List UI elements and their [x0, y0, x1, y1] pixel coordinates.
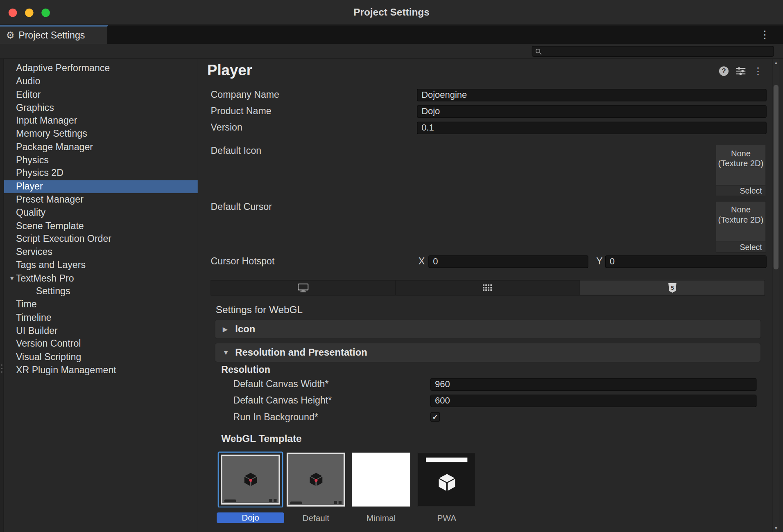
foldout-closed-icon[interactable]: ▶ [223, 325, 230, 333]
default-icon-texture-well[interactable]: None (Texture 2D) Select [715, 145, 766, 196]
search-box[interactable] [532, 46, 774, 57]
foldout-open-icon[interactable]: ▼ [8, 272, 16, 285]
sidebar-item-script-execution-order[interactable]: Script Execution Order [4, 232, 198, 246]
sidebar-item-time[interactable]: Time [4, 298, 198, 311]
sidebar-item-physics-2d[interactable]: Physics 2D [4, 167, 198, 180]
canvas-height-label: Default Canvas Height* [233, 395, 332, 406]
template-dojo-preview [221, 455, 280, 505]
zoom-button[interactable] [41, 9, 50, 17]
product-name-input[interactable] [417, 105, 767, 117]
version-input[interactable] [417, 122, 767, 134]
player-settings-panel: Player ? ⋮ Company Name Product Name Ver… [198, 59, 772, 532]
default-icon-select-button[interactable]: Select [716, 185, 766, 196]
sidebar-item-services[interactable]: Services [4, 246, 198, 259]
sidebar-item-textmesh-pro-settings[interactable]: Settings [4, 285, 198, 298]
scroll-up-icon[interactable]: ▲ [772, 61, 779, 65]
template-minimal-thumbnail[interactable] [352, 453, 410, 507]
canvas-width-input[interactable] [430, 378, 756, 390]
drag-grip-icon[interactable] [1, 364, 2, 373]
template-default-preview [287, 453, 345, 507]
brand-strip [290, 501, 342, 504]
check-icon: ✓ [432, 413, 438, 421]
cursor-hotspot-label: Cursor Hotspot [211, 256, 275, 267]
sidebar-item-timeline[interactable]: Timeline [4, 311, 198, 324]
sidebar-item-ui-builder[interactable]: UI Builder [4, 325, 198, 338]
sidebar-item-visual-scripting[interactable]: Visual Scripting [4, 351, 198, 364]
brand-strip [224, 499, 277, 502]
template-dojo-thumbnail[interactable] [218, 452, 283, 508]
unity-cube-icon [308, 471, 324, 488]
template-default-thumbnail[interactable] [287, 453, 345, 507]
default-cursor-texture-well[interactable]: None (Texture 2D) Select [715, 201, 766, 252]
panel-header-icons: ? ⋮ [719, 66, 763, 76]
platform-tab-dedicated-server[interactable] [396, 280, 581, 295]
sidebar-item-tags-and-layers[interactable]: Tags and Layers [4, 259, 198, 272]
hotspot-y-input[interactable] [605, 255, 767, 268]
hotspot-x-input[interactable] [428, 255, 588, 268]
sidebar-item-memory-settings[interactable]: Memory Settings [4, 128, 198, 141]
scroll-down-icon[interactable]: ▼ [772, 525, 779, 530]
sidebar-item-textmesh-pro[interactable]: ▼ TextMesh Pro [4, 272, 198, 285]
resolution-section-label: Resolution and Presentation [235, 347, 367, 358]
monitor-icon [298, 283, 309, 292]
default-cursor-label: Default Cursor [211, 202, 272, 213]
gear-icon: ⚙ [6, 30, 15, 40]
default-cursor-select-button[interactable]: Select [716, 241, 766, 252]
tab-strip-menu-icon[interactable]: ⋮ [756, 27, 773, 41]
tab-strip: ⚙ Project Settings ⋮ [0, 25, 783, 44]
icon-section-header[interactable]: ▶ Icon [215, 319, 761, 339]
close-button[interactable] [9, 9, 17, 17]
sidebar-item-adaptive-performance[interactable]: Adaptive Performance [4, 62, 198, 75]
webgl-template-heading: WebGL Template [221, 433, 302, 444]
sidebar-item-quality[interactable]: Quality [4, 206, 198, 219]
canvas-height-input[interactable] [430, 395, 756, 407]
foldout-open-icon[interactable]: ▼ [223, 349, 230, 356]
panel-menu-icon[interactable]: ⋮ [753, 66, 763, 76]
resolution-section-header[interactable]: ▼ Resolution and Presentation [215, 343, 761, 363]
search-input[interactable] [544, 47, 770, 56]
html5-icon: 5 [668, 283, 677, 293]
sidebar-item-graphics[interactable]: Graphics [4, 101, 198, 114]
sidebar-item-package-manager[interactable]: Package Manager [4, 141, 198, 154]
template-dojo-label[interactable]: Dojo [217, 512, 284, 523]
canvas-width-label: Default Canvas Width* [233, 379, 328, 390]
template-default-label[interactable]: Default [287, 513, 345, 524]
run-in-background-label: Run In Background* [233, 412, 318, 423]
sidebar-item-audio[interactable]: Audio [4, 75, 198, 88]
sidebar-item-player[interactable]: Player [4, 180, 198, 193]
window-body: Project Settings ⚙ Project Settings ⋮ [0, 0, 783, 532]
company-name-label: Company Name [211, 89, 279, 100]
window-edge-strip [0, 59, 4, 532]
scrollbar-thumb[interactable] [774, 85, 778, 269]
sidebar-item-version-control[interactable]: Version Control [4, 338, 198, 351]
search-icon [535, 48, 542, 55]
minimize-button[interactable] [25, 9, 34, 17]
company-name-input[interactable] [417, 89, 767, 101]
platform-tab-standalone[interactable] [211, 280, 396, 295]
sidebar-item-scene-template[interactable]: Scene Template [4, 219, 198, 232]
template-pwa-thumbnail[interactable] [417, 453, 476, 507]
platform-tab-webgl[interactable]: 5 [580, 280, 765, 295]
sidebar-item-physics[interactable]: Physics [4, 154, 198, 167]
project-settings-window: Project Settings ⚙ Project Settings ⋮ [0, 0, 783, 532]
resolution-heading: Resolution [221, 364, 270, 375]
sidebar-item-editor[interactable]: Editor [4, 88, 198, 101]
settings-sidebar: Adaptive Performance Audio Editor Graphi… [4, 59, 198, 532]
sidebar-item-preset-manager[interactable]: Preset Manager [4, 193, 198, 206]
page-title: Player [207, 62, 252, 79]
settings-for-platform-title: Settings for WebGL [216, 304, 303, 316]
template-pwa-label[interactable]: PWA [417, 513, 476, 524]
texture-type-text: (Texture 2D) [716, 214, 766, 224]
presets-icon[interactable] [736, 67, 745, 75]
texture-none-text: None [716, 205, 766, 214]
tab-project-settings[interactable]: ⚙ Project Settings [0, 25, 108, 44]
pwa-titlebar-shape [426, 458, 467, 462]
run-in-background-checkbox[interactable]: ✓ [430, 412, 440, 422]
window-title: Project Settings [353, 7, 430, 18]
template-minimal-label[interactable]: Minimal [352, 513, 410, 524]
sidebar-item-input-manager[interactable]: Input Manager [4, 114, 198, 127]
sidebar-item-xr-plugin-management[interactable]: XR Plugin Management [4, 364, 198, 377]
vertical-scrollbar[interactable]: ▲ ▼ [772, 59, 779, 532]
help-icon[interactable]: ? [719, 66, 729, 76]
titlebar: Project Settings [0, 0, 783, 25]
